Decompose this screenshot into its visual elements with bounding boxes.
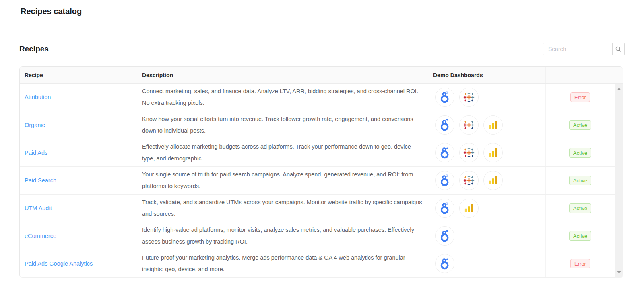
table-row: UTM Audit Track, validate, and standardi…: [20, 195, 615, 222]
power-bi-icon: [487, 119, 499, 131]
recipe-link[interactable]: eCommerce: [25, 233, 56, 239]
looker-studio-icon-button[interactable]: [435, 226, 454, 246]
dashboards-cell: [428, 167, 546, 194]
power-bi-icon-button[interactable]: [483, 143, 503, 162]
looker-studio-icon: [439, 230, 451, 242]
recipe-link[interactable]: Paid Ads: [25, 149, 47, 156]
dashboards-cell: [428, 111, 546, 139]
scroll-down-icon[interactable]: [617, 271, 621, 274]
table-row: Paid Ads Google Analytics Future-proof y…: [20, 250, 615, 278]
looker-studio-icon-button[interactable]: [435, 254, 454, 273]
table-row: Paid Search Your single source of truth …: [20, 167, 615, 195]
power-bi-icon-button[interactable]: [483, 171, 503, 190]
tableau-icon: [463, 91, 475, 103]
tableau-icon: [463, 119, 475, 131]
table-row: Attribution Connect marketing, sales, an…: [20, 84, 615, 111]
recipe-description: Connect marketing, sales, and finance da…: [142, 86, 423, 109]
status-badge: Active: [569, 120, 591, 130]
description-cell: Track, validate, and standardize UTMs ac…: [137, 195, 428, 222]
recipe-description: Your single source of truth for paid sea…: [142, 169, 423, 192]
looker-studio-icon-button[interactable]: [435, 115, 454, 135]
power-bi-icon-button[interactable]: [459, 199, 479, 218]
power-bi-icon: [487, 175, 499, 186]
looker-studio-icon-button[interactable]: [435, 88, 454, 107]
looker-studio-icon-button[interactable]: [435, 143, 454, 162]
dashboards-cell: [428, 222, 546, 250]
recipe-cell: eCommerce: [20, 222, 137, 250]
recipe-description: Know how your social efforts turn into r…: [142, 113, 423, 137]
status-badge: Active: [569, 231, 591, 241]
status-cell: Active: [546, 167, 615, 194]
looker-studio-icon: [439, 258, 451, 270]
tableau-icon-button[interactable]: [459, 115, 479, 135]
looker-studio-icon: [439, 147, 451, 159]
table-row: Organic Know how your social efforts tur…: [20, 111, 615, 139]
power-bi-icon: [487, 147, 499, 158]
status-cell: Error: [546, 84, 615, 111]
search-group: [543, 43, 625, 55]
status-cell: Error: [546, 250, 615, 277]
tableau-icon: [463, 174, 475, 186]
search-input[interactable]: [543, 43, 612, 55]
content-header: Recipes: [19, 42, 625, 56]
recipe-link[interactable]: Organic: [25, 122, 45, 128]
main-content: Recipes Recipe Description Demo Dashboa: [0, 42, 644, 278]
table-row: Paid Ads Effectively allocate marketing …: [20, 139, 615, 167]
recipe-cell: Organic: [20, 111, 137, 139]
scroll-up-icon[interactable]: [617, 88, 621, 90]
tableau-icon-button[interactable]: [459, 171, 479, 190]
description-cell: Connect marketing, sales, and finance da…: [137, 84, 428, 111]
status-cell: Active: [546, 222, 615, 250]
table-body: Attribution Connect marketing, sales, an…: [20, 84, 623, 278]
section-heading: Recipes: [19, 45, 49, 53]
tableau-icon-button[interactable]: [459, 143, 479, 162]
column-header-description: Description: [137, 67, 428, 83]
dashboards-cell: [428, 139, 546, 166]
column-header-status: [546, 67, 623, 83]
recipe-link[interactable]: UTM Audit: [25, 205, 52, 211]
column-header-demo-dashboards: Demo Dashboards: [428, 67, 546, 83]
search-button[interactable]: [612, 43, 625, 55]
status-cell: Active: [546, 111, 615, 139]
description-cell: Effectively allocate marketing budgets a…: [137, 139, 428, 166]
recipe-cell: Paid Ads: [20, 139, 137, 166]
looker-studio-icon-button[interactable]: [435, 171, 454, 190]
looker-studio-icon: [439, 174, 451, 187]
recipe-link[interactable]: Attribution: [25, 94, 51, 100]
page-title: Recipes catalog: [21, 7, 82, 16]
status-badge: Active: [569, 176, 591, 185]
page: Recipes catalog Recipes Recipe: [0, 0, 644, 278]
power-bi-icon: [463, 203, 475, 214]
recipe-link[interactable]: Paid Ads Google Analytics: [25, 260, 93, 267]
table-row: eCommerce Identify high-value ad platfor…: [20, 222, 615, 250]
tableau-icon-button[interactable]: [459, 88, 479, 107]
description-cell: Your single source of truth for paid sea…: [137, 167, 428, 194]
recipe-cell: Paid Ads Google Analytics: [20, 250, 137, 277]
status-badge: Error: [570, 259, 590, 268]
dashboards-cell: [428, 250, 546, 277]
recipe-description: Identify high-value ad platforms, monito…: [142, 224, 423, 248]
looker-studio-icon: [439, 202, 451, 215]
looker-studio-icon-button[interactable]: [435, 199, 454, 218]
status-badge: Active: [569, 148, 591, 158]
tableau-icon: [463, 147, 475, 159]
search-icon: [615, 46, 622, 53]
recipe-cell: UTM Audit: [20, 195, 137, 222]
topbar: Recipes catalog: [0, 0, 644, 23]
power-bi-icon-button[interactable]: [483, 115, 503, 135]
recipe-description: Future-proof your marketing analytics. M…: [142, 252, 423, 275]
recipes-table: Recipe Description Demo Dashboards Attri…: [19, 66, 623, 278]
recipe-description: Effectively allocate marketing budgets a…: [142, 141, 423, 164]
table-header-row: Recipe Description Demo Dashboards: [20, 67, 623, 84]
status-badge: Error: [570, 92, 590, 102]
column-header-recipe: Recipe: [20, 67, 137, 83]
status-cell: Active: [546, 139, 615, 166]
looker-studio-icon: [439, 91, 451, 104]
recipe-link[interactable]: Paid Search: [25, 177, 56, 184]
looker-studio-icon: [439, 119, 451, 131]
status-badge: Active: [569, 203, 591, 213]
recipe-cell: Paid Search: [20, 167, 137, 194]
recipe-description: Track, validate, and standardize UTMs ac…: [142, 197, 423, 220]
vertical-scrollbar[interactable]: [615, 84, 623, 278]
dashboards-cell: [428, 195, 546, 222]
